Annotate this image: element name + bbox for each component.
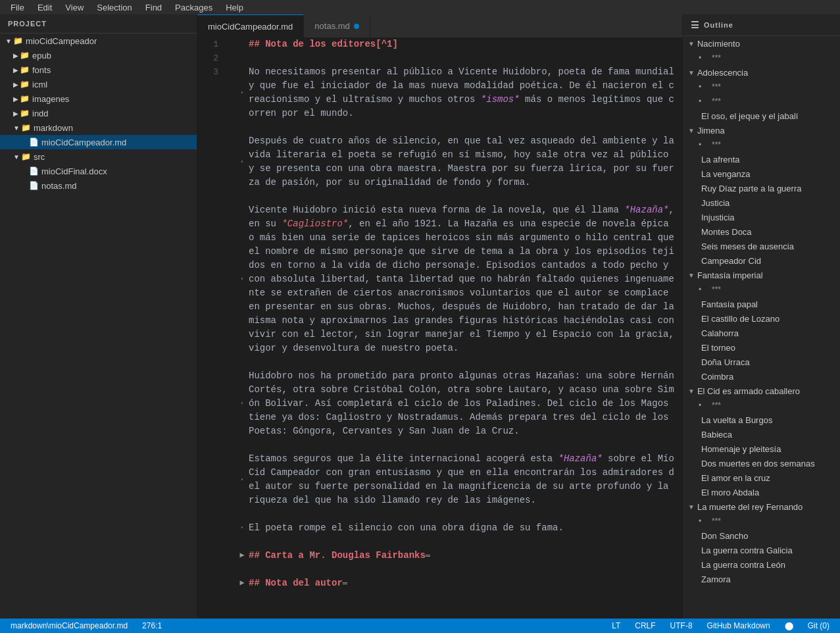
outline-item-afrenta[interactable]: La afrenta: [683, 152, 840, 166]
outline-label: La muerte del rey Fernando: [697, 502, 803, 512]
outline-item-homenaje[interactable]: Homenaje y pleitesía: [683, 442, 840, 456]
outline-item-venganza[interactable]: La venganza: [683, 166, 840, 181]
outline-item-jimena-sub1[interactable]: • ***: [683, 138, 840, 152]
folder-icon: 📁: [20, 51, 30, 60]
menu-find[interactable]: Find: [140, 1, 167, 14]
bullet-gutter: •: [235, 272, 249, 286]
sidebar-item-mioCidFinal-docx[interactable]: 📄 mioCidFinal.docx: [0, 164, 197, 178]
sidebar-item-imagenes[interactable]: ▶ 📁 imagenes: [0, 91, 197, 106]
outline-item-calahorra[interactable]: Calahorra: [683, 326, 840, 340]
outline-item-muerte-rey[interactable]: ▼ La muerte del rey Fernando: [683, 499, 840, 514]
chevron-down-icon: ▼: [5, 38, 12, 45]
outline-item-dos-muertes[interactable]: Dos muertes en dos semanas: [683, 456, 840, 470]
outline-label: Campeador Cid: [701, 256, 761, 266]
status-encoding[interactable]: UTF-8: [666, 621, 697, 630]
file-md-icon: 📄: [29, 181, 39, 190]
outline-item-jimena[interactable]: ▼ Jimena: [683, 123, 840, 138]
bullet-icon: •: [699, 97, 709, 106]
sidebar-item-indd[interactable]: ▶ 📁 indd: [0, 106, 197, 120]
outline-item-cid-sub1[interactable]: • ***: [683, 398, 840, 413]
chevron-down-icon: ▼: [688, 388, 695, 395]
status-git[interactable]: Git (0): [804, 621, 833, 630]
outline-item-injusticia[interactable]: Injusticia: [683, 210, 840, 224]
editor-line-3: • No necesitamos presentar al público a …: [235, 65, 677, 120]
sidebar-item-fonts[interactable]: ▶ 📁 fonts: [0, 63, 197, 77]
menu-selection[interactable]: Selection: [91, 1, 137, 14]
outline-item-fantasiapapa[interactable]: Fantasía papal: [683, 297, 840, 311]
outline-item-babieca[interactable]: Babieca: [683, 427, 840, 442]
outline-label: La vuelta a Burgos: [701, 415, 772, 425]
menu-help[interactable]: Help: [220, 1, 249, 14]
sidebar-item-src[interactable]: ▼ 📁 src: [0, 149, 197, 164]
sidebar-item-epub[interactable]: ▶ 📁 epub: [0, 48, 197, 63]
sidebar-item-mioCidCampeador-md[interactable]: 📄 mioCidCampeador.md: [0, 135, 197, 149]
sidebar-item-mioCidCampeador[interactable]: ▼ 📁 mioCidCampeador: [0, 34, 197, 48]
outline-item-nacimiento-sub1[interactable]: • ***: [683, 51, 840, 65]
outline-item-adol-sub2[interactable]: • ***: [683, 94, 840, 109]
menu-packages[interactable]: Packages: [170, 1, 218, 14]
outline-icon: ☰: [691, 20, 700, 30]
outline-item-fantasia[interactable]: ▼ Fantasía imperial: [683, 268, 840, 282]
outline-label: El Cid es armado caballero: [697, 386, 800, 396]
sidebar-item-label: indd: [32, 109, 49, 118]
outline-item-muerte-sub1[interactable]: • ***: [683, 514, 840, 528]
line-num-7: [197, 203, 224, 217]
chevron-right-icon: ▶: [13, 52, 18, 59]
outline-item-fantasia-sub1[interactable]: • ***: [683, 282, 840, 297]
outline-item-vuelta[interactable]: La vuelta a Burgos: [683, 413, 840, 427]
editor-content[interactable]: 1 2 3: [197, 38, 682, 619]
status-lt[interactable]: LT: [608, 621, 624, 630]
outline-label: Coimbra: [701, 372, 733, 382]
bullet-gutter: •: [235, 473, 249, 487]
outline-item-cid-armado[interactable]: ▼ El Cid es armado caballero: [683, 384, 840, 398]
outline-item-castillo[interactable]: El castillo de Lozano: [683, 311, 840, 326]
outline-item-adol-sub1[interactable]: • ***: [683, 80, 840, 94]
outline-item-seis[interactable]: Seis meses de ausencia: [683, 239, 840, 253]
outline-item-coimbra[interactable]: Coimbra: [683, 369, 840, 384]
outline-item-don-sancho[interactable]: Don Sancho: [683, 528, 840, 543]
chevron-right-icon: ▶: [13, 110, 18, 117]
line-content: ## Carta a Mr. Douglas Fairbanks═: [249, 549, 677, 563]
line-content: [249, 563, 677, 576]
outline-item-campeador[interactable]: Campeador Cid: [683, 253, 840, 268]
outline-label: ***: [712, 97, 721, 106]
outline-item-adolescencia[interactable]: ▼ Adolescencia: [683, 65, 840, 80]
outline-item-ruydiaz[interactable]: Ruy Díaz parte a la guerra: [683, 181, 840, 195]
outline-item-montes[interactable]: Montes Doca: [683, 224, 840, 239]
outline-item-zamora[interactable]: Zamora: [683, 572, 840, 586]
tab-modified-dot: [354, 24, 359, 29]
outline-item-guerra-galicia[interactable]: La guerra contra Galicia: [683, 543, 840, 557]
menu-edit[interactable]: Edit: [32, 1, 57, 14]
tab-mioCidCampeador-md[interactable]: mioCidCampeador.md: [197, 14, 304, 38]
sidebar-item-label: imagenes: [32, 94, 69, 104]
line-content: ## Nota del autor═: [249, 576, 677, 591]
line-num-9: [197, 314, 224, 328]
outline-item-justicia[interactable]: Justicia: [683, 195, 840, 210]
outline-item-urraca[interactable]: Doña Urraca: [683, 355, 840, 369]
sidebar-item-label: mioCidCampeador: [26, 36, 97, 46]
outline-label: Seis meses de ausencia: [701, 241, 794, 251]
editor-lines[interactable]: ## Nota de los editores[^1] • No necesit…: [230, 38, 682, 619]
outline-item-moro[interactable]: El moro Abdala: [683, 485, 840, 499]
menu-file[interactable]: File: [5, 1, 30, 14]
sidebar-item-icml[interactable]: ▶ 📁 icml: [0, 77, 197, 91]
outline-item-nacimiento[interactable]: ▼ Nacimiento: [683, 36, 840, 51]
tab-notas-md[interactable]: notas.md: [304, 14, 370, 38]
sidebar-item-notas-md[interactable]: 📄 notas.md: [0, 178, 197, 193]
status-position[interactable]: 276:1: [138, 621, 166, 630]
line-num-13: [197, 411, 224, 424]
bullet-gutter: •: [235, 155, 249, 169]
sidebar-item-markdown[interactable]: ▼ 📁 markdown: [0, 120, 197, 135]
menu-view[interactable]: View: [60, 1, 89, 14]
main-layout: Project ▼ 📁 mioCidCampeador ▶ 📁 epub ▶ 📁…: [0, 14, 840, 619]
folder-icon: 📁: [20, 94, 30, 103]
outline-item-guerra-leon[interactable]: La guerra contra León: [683, 557, 840, 572]
outline-label: El moro Abdala: [701, 488, 759, 497]
outline-item-oso[interactable]: El oso, el jeque y el jabalí: [683, 109, 840, 123]
outline-item-amor[interactable]: El amor en la cruz: [683, 470, 840, 485]
outline-label: La guerra contra León: [701, 560, 785, 570]
status-crlf[interactable]: CRLF: [631, 621, 659, 630]
status-language[interactable]: GitHub Markdown: [703, 621, 774, 630]
outline-label: ***: [712, 517, 721, 526]
outline-item-torneo[interactable]: El torneo: [683, 340, 840, 355]
